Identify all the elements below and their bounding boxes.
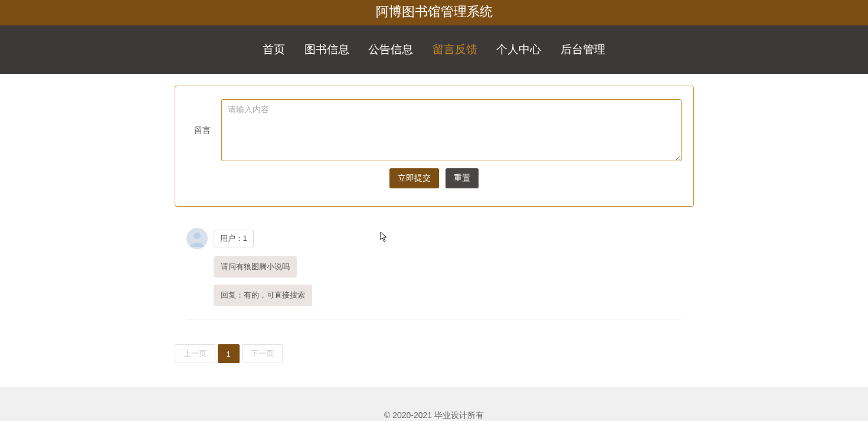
feedback-label: 留言 bbox=[187, 125, 211, 136]
footer: © 2020-2021 毕业设计所有 bbox=[0, 387, 868, 421]
next-page-button[interactable]: 下一页 bbox=[242, 344, 283, 363]
message-content: 请问有狼图腾小说吗 bbox=[214, 256, 297, 278]
message-reply: 回复：有的，可直接搜索 bbox=[214, 285, 312, 306]
svg-point-0 bbox=[194, 233, 201, 240]
avatar bbox=[186, 228, 208, 249]
user-tag: 用户：1 bbox=[214, 230, 254, 247]
main-nav: 首页 图书信息 公告信息 留言反馈 个人中心 后台管理 bbox=[0, 25, 868, 74]
nav-admin[interactable]: 后台管理 bbox=[561, 42, 605, 57]
nav-feedback[interactable]: 留言反馈 bbox=[433, 42, 477, 57]
messages-list: 用户：1 请问有狼图腾小说吗 回复：有的，可直接搜索 bbox=[186, 228, 682, 330]
feedback-form: 留言 立即提交 重置 bbox=[175, 86, 694, 207]
submit-button[interactable]: 立即提交 bbox=[389, 168, 439, 188]
divider bbox=[186, 319, 682, 319]
nav-notice[interactable]: 公告信息 bbox=[368, 42, 413, 57]
prev-page-button[interactable]: 上一页 bbox=[175, 344, 215, 363]
copyright: © 2020-2021 毕业设计所有 bbox=[384, 410, 484, 420]
message-item: 用户：1 请问有狼图腾小说吗 回复：有的，可直接搜索 bbox=[186, 228, 682, 330]
person-icon bbox=[189, 230, 205, 247]
reset-button[interactable]: 重置 bbox=[446, 168, 479, 188]
pagination: 上一页 1 下一页 bbox=[175, 344, 694, 363]
feedback-textarea[interactable] bbox=[221, 99, 682, 161]
page-number-1[interactable]: 1 bbox=[218, 344, 240, 363]
nav-home[interactable]: 首页 bbox=[263, 42, 285, 57]
site-title: 阿博图书馆管理系统 bbox=[0, 0, 868, 25]
nav-profile[interactable]: 个人中心 bbox=[496, 42, 541, 57]
nav-books[interactable]: 图书信息 bbox=[304, 42, 349, 57]
